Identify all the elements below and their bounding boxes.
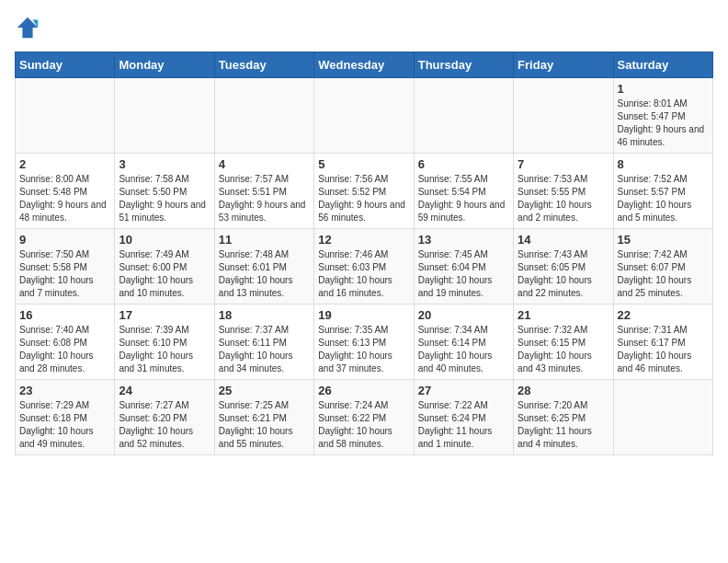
day-number: 21	[518, 308, 609, 322]
day-info: Sunrise: 7:42 AMSunset: 6:07 PMDaylight:…	[618, 248, 709, 300]
page-header	[15, 15, 713, 40]
day-info: Sunrise: 7:57 AMSunset: 5:51 PMDaylight:…	[219, 173, 310, 224]
calendar-cell: 26Sunrise: 7:24 AMSunset: 6:22 PMDayligh…	[314, 380, 414, 455]
day-number: 25	[219, 384, 310, 397]
day-number: 1	[618, 82, 709, 96]
header-saturday: Saturday	[613, 52, 712, 78]
day-number: 22	[618, 308, 709, 322]
calendar-cell: 25Sunrise: 7:25 AMSunset: 6:21 PMDayligh…	[214, 380, 313, 455]
calendar-cell	[514, 78, 613, 154]
logo	[15, 15, 44, 40]
calendar-cell: 23Sunrise: 7:29 AMSunset: 6:18 PMDayligh…	[16, 380, 115, 455]
calendar-cell: 1Sunrise: 8:01 AMSunset: 5:47 PMDaylight…	[613, 78, 712, 154]
day-info: Sunrise: 7:20 AMSunset: 6:25 PMDaylight:…	[518, 399, 609, 451]
day-number: 8	[618, 157, 709, 171]
day-info: Sunrise: 8:01 AMSunset: 5:47 PMDaylight:…	[618, 98, 709, 149]
day-info: Sunrise: 7:39 AMSunset: 6:10 PMDaylight:…	[119, 324, 210, 375]
day-number: 6	[418, 157, 509, 171]
header-wednesday: Wednesday	[314, 52, 414, 78]
day-number: 16	[19, 308, 110, 322]
header-thursday: Thursday	[414, 52, 513, 78]
calendar-cell: 20Sunrise: 7:34 AMSunset: 6:14 PMDayligh…	[414, 304, 513, 380]
day-info: Sunrise: 7:50 AMSunset: 5:58 PMDaylight:…	[19, 248, 110, 300]
day-number: 19	[318, 308, 409, 322]
day-number: 4	[219, 157, 310, 171]
day-number: 27	[418, 384, 509, 397]
header-tuesday: Tuesday	[214, 52, 313, 78]
day-number: 14	[518, 233, 609, 247]
calendar-cell: 4Sunrise: 7:57 AMSunset: 5:51 PMDaylight…	[214, 154, 313, 229]
day-info: Sunrise: 8:00 AMSunset: 5:48 PMDaylight:…	[19, 173, 110, 224]
calendar-cell: 7Sunrise: 7:53 AMSunset: 5:55 PMDaylight…	[514, 154, 613, 229]
calendar-cell	[214, 78, 313, 154]
calendar-week-row: 16Sunrise: 7:40 AMSunset: 6:08 PMDayligh…	[16, 304, 713, 380]
day-info: Sunrise: 7:55 AMSunset: 5:54 PMDaylight:…	[418, 173, 509, 224]
day-info: Sunrise: 7:43 AMSunset: 6:05 PMDaylight:…	[518, 248, 609, 300]
day-number: 18	[219, 308, 310, 322]
calendar-table: SundayMondayTuesdayWednesdayThursdayFrid…	[15, 52, 713, 455]
day-info: Sunrise: 7:52 AMSunset: 5:57 PMDaylight:…	[618, 173, 709, 224]
day-info: Sunrise: 7:24 AMSunset: 6:22 PMDaylight:…	[318, 399, 409, 451]
calendar-cell: 17Sunrise: 7:39 AMSunset: 6:10 PMDayligh…	[115, 304, 214, 380]
calendar-week-row: 9Sunrise: 7:50 AMSunset: 5:58 PMDaylight…	[16, 229, 713, 304]
calendar-cell: 19Sunrise: 7:35 AMSunset: 6:13 PMDayligh…	[314, 304, 414, 380]
day-info: Sunrise: 7:45 AMSunset: 6:04 PMDaylight:…	[418, 248, 509, 300]
day-info: Sunrise: 7:32 AMSunset: 6:15 PMDaylight:…	[518, 324, 609, 375]
day-number: 10	[119, 233, 210, 247]
day-number: 9	[19, 233, 110, 247]
calendar-cell: 24Sunrise: 7:27 AMSunset: 6:20 PMDayligh…	[115, 380, 214, 455]
header-sunday: Sunday	[16, 52, 115, 78]
calendar-cell: 18Sunrise: 7:37 AMSunset: 6:11 PMDayligh…	[214, 304, 313, 380]
day-info: Sunrise: 7:34 AMSunset: 6:14 PMDaylight:…	[418, 324, 509, 375]
day-number: 17	[119, 308, 210, 322]
calendar-cell: 9Sunrise: 7:50 AMSunset: 5:58 PMDaylight…	[16, 229, 115, 304]
calendar-week-row: 23Sunrise: 7:29 AMSunset: 6:18 PMDayligh…	[16, 380, 713, 455]
calendar-week-row: 2Sunrise: 8:00 AMSunset: 5:48 PMDaylight…	[16, 154, 713, 229]
calendar-cell: 14Sunrise: 7:43 AMSunset: 6:05 PMDayligh…	[514, 229, 613, 304]
day-number: 20	[418, 308, 509, 322]
calendar-cell: 6Sunrise: 7:55 AMSunset: 5:54 PMDaylight…	[414, 154, 513, 229]
day-info: Sunrise: 7:29 AMSunset: 6:18 PMDaylight:…	[19, 399, 110, 451]
day-info: Sunrise: 7:46 AMSunset: 6:03 PMDaylight:…	[318, 248, 409, 300]
calendar-cell	[414, 78, 513, 154]
calendar-cell: 12Sunrise: 7:46 AMSunset: 6:03 PMDayligh…	[314, 229, 414, 304]
calendar-cell: 13Sunrise: 7:45 AMSunset: 6:04 PMDayligh…	[414, 229, 513, 304]
day-number: 2	[19, 157, 110, 171]
calendar-cell: 2Sunrise: 8:00 AMSunset: 5:48 PMDaylight…	[16, 154, 115, 229]
day-info: Sunrise: 7:56 AMSunset: 5:52 PMDaylight:…	[318, 173, 409, 224]
day-info: Sunrise: 7:58 AMSunset: 5:50 PMDaylight:…	[119, 173, 210, 224]
calendar-cell	[16, 78, 115, 154]
calendar-cell: 21Sunrise: 7:32 AMSunset: 6:15 PMDayligh…	[514, 304, 613, 380]
day-number: 15	[618, 233, 709, 247]
calendar-cell	[115, 78, 214, 154]
calendar-cell	[314, 78, 414, 154]
day-number: 11	[219, 233, 310, 247]
day-info: Sunrise: 7:48 AMSunset: 6:01 PMDaylight:…	[219, 248, 310, 300]
header-friday: Friday	[514, 52, 613, 78]
day-number: 28	[518, 384, 609, 397]
day-number: 13	[418, 233, 509, 247]
day-info: Sunrise: 7:37 AMSunset: 6:11 PMDaylight:…	[219, 324, 310, 375]
calendar-header-row: SundayMondayTuesdayWednesdayThursdayFrid…	[16, 52, 713, 78]
day-info: Sunrise: 7:27 AMSunset: 6:20 PMDaylight:…	[119, 399, 210, 451]
day-info: Sunrise: 7:35 AMSunset: 6:13 PMDaylight:…	[318, 324, 409, 375]
day-number: 3	[119, 157, 210, 171]
day-info: Sunrise: 7:25 AMSunset: 6:21 PMDaylight:…	[219, 399, 310, 451]
day-number: 23	[19, 384, 110, 397]
day-number: 7	[518, 157, 609, 171]
day-number: 24	[119, 384, 210, 397]
day-info: Sunrise: 7:40 AMSunset: 6:08 PMDaylight:…	[19, 324, 110, 375]
calendar-cell: 27Sunrise: 7:22 AMSunset: 6:24 PMDayligh…	[414, 380, 513, 455]
day-number: 12	[318, 233, 409, 247]
calendar-cell	[613, 380, 712, 455]
calendar-cell: 11Sunrise: 7:48 AMSunset: 6:01 PMDayligh…	[214, 229, 313, 304]
logo-icon	[15, 15, 40, 40]
calendar-cell: 8Sunrise: 7:52 AMSunset: 5:57 PMDaylight…	[613, 154, 712, 229]
calendar-cell: 3Sunrise: 7:58 AMSunset: 5:50 PMDaylight…	[115, 154, 214, 229]
day-info: Sunrise: 7:22 AMSunset: 6:24 PMDaylight:…	[418, 399, 509, 451]
calendar-week-row: 1Sunrise: 8:01 AMSunset: 5:47 PMDaylight…	[16, 78, 713, 154]
calendar-cell: 10Sunrise: 7:49 AMSunset: 6:00 PMDayligh…	[115, 229, 214, 304]
day-info: Sunrise: 7:53 AMSunset: 5:55 PMDaylight:…	[518, 173, 609, 224]
header-monday: Monday	[115, 52, 214, 78]
calendar-cell: 15Sunrise: 7:42 AMSunset: 6:07 PMDayligh…	[613, 229, 712, 304]
